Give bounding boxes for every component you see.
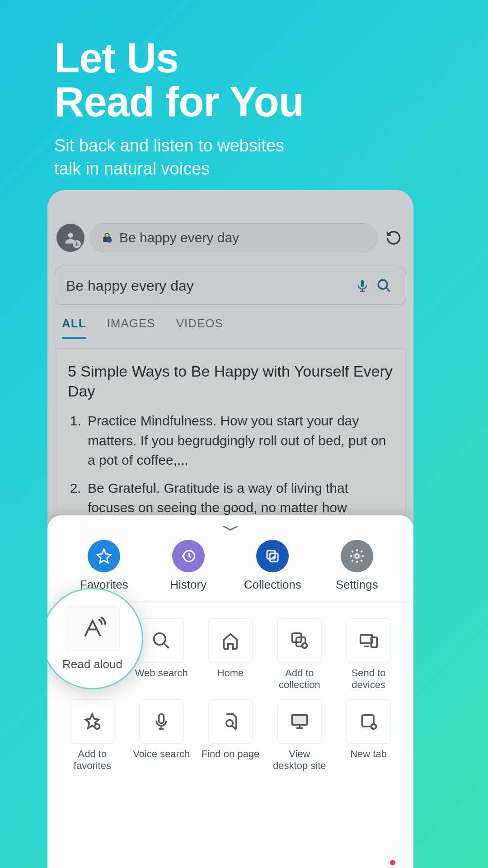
mic-icon xyxy=(356,279,369,292)
reload-button[interactable] xyxy=(383,227,404,249)
menu-sheet: Favorites History Collections Settings xyxy=(47,515,413,868)
search-button[interactable] xyxy=(373,275,395,297)
add-to-favorites-label: Add to favorites xyxy=(63,748,122,772)
promo-title-line2: Read for You xyxy=(54,79,304,125)
svg-point-0 xyxy=(68,233,73,238)
add-to-collection-label: Add to collection xyxy=(270,667,329,691)
add-to-collection-button[interactable]: Add to collection xyxy=(268,618,331,691)
home-button[interactable]: Home xyxy=(199,618,262,691)
voice-search-button[interactable]: Voice search xyxy=(130,699,193,772)
gear-icon xyxy=(341,540,373,572)
view-desktop-site-label: View desktop site xyxy=(270,748,329,772)
svg-point-8 xyxy=(154,633,166,645)
settings-label: Settings xyxy=(336,578,378,592)
search-icon xyxy=(376,278,392,293)
svg-point-3 xyxy=(378,280,387,289)
new-tab-icon xyxy=(359,712,379,731)
read-aloud-label: Read aloud xyxy=(62,657,122,671)
result-item-2: Be Grateful. Gratitude is a way of livin… xyxy=(85,478,393,518)
svg-rect-15 xyxy=(159,714,164,723)
collections-label: Collections xyxy=(244,578,301,592)
collections-button[interactable]: Collections xyxy=(239,540,306,592)
history-icon xyxy=(172,540,205,572)
result-tabs: ALL IMAGES VIDEOS xyxy=(62,316,223,339)
svg-rect-12 xyxy=(360,635,372,643)
result-title[interactable]: 5 Simple Ways to Be Happy with Yourself … xyxy=(68,361,393,401)
desktop-icon xyxy=(290,712,310,731)
add-to-favorites-button[interactable]: Add to favorites xyxy=(61,699,124,772)
find-on-page-icon xyxy=(221,712,240,731)
address-bar[interactable]: Be happy every day xyxy=(90,223,377,252)
new-tab-button[interactable]: New tab xyxy=(337,699,400,772)
devices-icon xyxy=(359,631,379,651)
history-label: History xyxy=(170,578,206,592)
new-tab-label: New tab xyxy=(350,748,387,760)
promo-sub-line2: talk in natural voices xyxy=(54,159,210,178)
promo-title: Let Us Read for You xyxy=(54,36,304,123)
svg-point-16 xyxy=(226,720,233,726)
star-icon xyxy=(88,540,120,572)
home-label: Home xyxy=(217,667,244,679)
svg-point-7 xyxy=(355,554,359,558)
browser-topbar: + Be happy every day xyxy=(56,222,404,254)
phone-frame: + Be happy every day Be happy every day … xyxy=(47,190,413,868)
profile-button[interactable]: + xyxy=(56,224,84,252)
svg-point-1 xyxy=(107,238,112,243)
tab-videos[interactable]: VIDEOS xyxy=(176,316,223,339)
promo-block: Let Us Read for You Sit back and listen … xyxy=(54,36,304,181)
result-list: Practice Mindfulness. How you start your… xyxy=(68,411,393,518)
svg-rect-17 xyxy=(292,715,307,725)
send-to-devices-label: Send to devices xyxy=(339,667,398,691)
star-add-icon xyxy=(82,712,102,731)
voice-search-label: Voice search xyxy=(133,748,190,760)
read-aloud-icon xyxy=(80,615,106,642)
read-aloud-tile xyxy=(66,606,120,651)
find-on-page-button[interactable]: Find on page xyxy=(199,699,262,772)
promo-sub-line1: Sit back and listen to websites xyxy=(54,136,284,155)
send-to-devices-button[interactable]: Send to devices xyxy=(337,618,400,691)
promo-title-line1: Let Us xyxy=(54,35,178,81)
svg-rect-2 xyxy=(361,280,364,287)
chevron-down-icon xyxy=(221,524,239,532)
settings-button[interactable]: Settings xyxy=(323,540,391,592)
search-bar[interactable]: Be happy every day xyxy=(55,267,406,305)
collection-add-icon xyxy=(290,631,310,651)
mic-button[interactable] xyxy=(352,275,373,297)
view-desktop-site-button[interactable]: View desktop site xyxy=(268,699,331,772)
history-button[interactable]: History xyxy=(155,540,222,592)
home-icon xyxy=(221,631,240,651)
mic-icon xyxy=(151,712,171,731)
web-search-label: Web search xyxy=(135,667,188,679)
search-input-text: Be happy every day xyxy=(66,278,352,294)
tab-all[interactable]: ALL xyxy=(62,316,86,339)
collections-icon xyxy=(256,540,289,572)
find-on-page-label: Find on page xyxy=(202,748,259,760)
sheet-handle[interactable] xyxy=(217,524,244,533)
promo-subtitle: Sit back and listen to websites talk in … xyxy=(54,134,304,181)
lock-icon xyxy=(101,231,113,245)
reload-icon xyxy=(385,230,402,246)
tab-images[interactable]: IMAGES xyxy=(107,316,155,339)
address-text: Be happy every day xyxy=(119,230,239,245)
indicator-dot xyxy=(390,860,395,865)
search-icon xyxy=(151,631,171,651)
favorites-button[interactable]: Favorites xyxy=(70,540,138,592)
plus-icon: + xyxy=(73,240,81,248)
result-item-1: Practice Mindfulness. How you start your… xyxy=(85,411,393,470)
